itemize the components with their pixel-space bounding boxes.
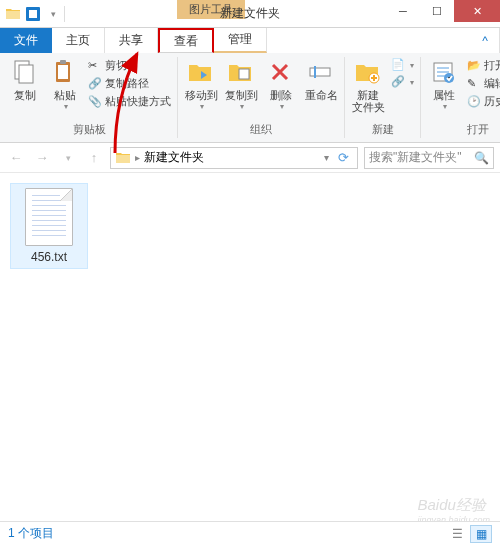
folder-icon: [4, 5, 22, 23]
paste-label: 粘贴: [54, 89, 76, 101]
item-count: 1 个项目: [8, 525, 54, 542]
copy-label: 复制: [14, 89, 36, 101]
svg-rect-7: [239, 69, 249, 79]
group-label-open: 打开: [467, 121, 489, 138]
chevron-down-icon: ▾: [200, 103, 204, 112]
cut-button[interactable]: ✂剪切: [86, 57, 173, 74]
nav-forward-button[interactable]: →: [32, 148, 52, 168]
ribbon-group-new: 新建 文件夹 📄▾ 🔗▾ 新建: [345, 57, 421, 138]
paste-shortcut-button[interactable]: 📎粘贴快捷方式: [86, 93, 173, 110]
quick-access-toolbar: ▾: [0, 0, 69, 27]
rename-button[interactable]: 重命名: [302, 57, 340, 103]
nav-recent-button[interactable]: ▾: [58, 148, 78, 168]
path-icon: 🔗: [88, 77, 102, 91]
nav-up-button[interactable]: ↑: [84, 148, 104, 168]
tab-view[interactable]: 查看: [158, 28, 214, 53]
group-label-clipboard: 剪贴板: [73, 121, 106, 138]
tab-share[interactable]: 共享: [105, 28, 158, 53]
properties-icon: [430, 59, 458, 87]
ribbon-group-clipboard: 复制 粘贴 ▾ ✂剪切 🔗复制路径 📎粘贴快捷方式 剪贴板: [2, 57, 178, 138]
open-button[interactable]: 📂打开▾: [465, 57, 500, 74]
move-label: 移动到: [185, 89, 218, 101]
svg-rect-1: [29, 10, 37, 18]
properties-label: 属性: [433, 89, 455, 101]
details-view-button[interactable]: ☰: [446, 525, 468, 543]
link-icon: 🔗: [391, 75, 405, 89]
rename-label: 重命名: [305, 89, 338, 101]
svg-rect-5: [58, 65, 68, 79]
easy-access-button[interactable]: 🔗▾: [389, 74, 416, 90]
tab-file[interactable]: 文件: [0, 28, 52, 53]
breadcrumb-current[interactable]: 新建文件夹: [144, 149, 204, 166]
file-list[interactable]: 456.txt: [0, 173, 500, 521]
edit-icon: ✎: [467, 77, 481, 91]
chevron-down-icon: ▾: [410, 78, 414, 87]
ribbon: 复制 粘贴 ▾ ✂剪切 🔗复制路径 📎粘贴快捷方式 剪贴板 移动到▾ 复制到: [0, 53, 500, 143]
chevron-down-icon: ▾: [410, 61, 414, 70]
nav-back-button[interactable]: ←: [6, 148, 26, 168]
ribbon-group-open: 属性▾ 📂打开▾ ✎编辑 🕑历史记录 打开: [421, 57, 500, 138]
chevron-down-icon: ▾: [280, 103, 284, 112]
chevron-down-icon: ▾: [64, 103, 68, 112]
move-to-button[interactable]: 移动到▾: [182, 57, 220, 114]
copy-icon: [11, 59, 39, 87]
svg-rect-3: [19, 65, 33, 83]
delete-icon: [267, 59, 295, 87]
divider: [64, 6, 65, 22]
search-input[interactable]: 搜索"新建文件夹" 🔍: [364, 147, 494, 169]
copy-button[interactable]: 复制: [6, 57, 44, 103]
paste-icon: [51, 59, 79, 87]
contextual-tab-label: 图片工具: [177, 0, 245, 19]
tab-manage[interactable]: 管理: [214, 28, 267, 53]
rename-icon: [307, 59, 335, 87]
maximize-button[interactable]: ☐: [420, 0, 454, 22]
history-button[interactable]: 🕑历史记录: [465, 93, 500, 110]
file-name: 456.txt: [31, 250, 67, 264]
new-folder-icon: [354, 59, 382, 87]
move-icon: [187, 59, 215, 87]
new-item-icon: 📄: [391, 58, 405, 72]
shortcut-icon: 📎: [88, 95, 102, 109]
paste-button[interactable]: 粘贴 ▾: [46, 57, 84, 114]
file-item[interactable]: 456.txt: [10, 183, 88, 269]
edit-button[interactable]: ✎编辑: [465, 75, 500, 92]
svg-rect-6: [60, 60, 66, 64]
delete-button[interactable]: 删除▾: [262, 57, 300, 114]
dropdown-icon[interactable]: ▾: [324, 152, 329, 163]
new-folder-label: 新建 文件夹: [352, 89, 385, 113]
address-bar[interactable]: ▸ 新建文件夹 ▾ ⟳: [110, 147, 358, 169]
status-bar: 1 个项目 ☰ ▦: [0, 521, 500, 545]
new-item-button[interactable]: 📄▾: [389, 57, 416, 73]
close-button[interactable]: ✕: [454, 0, 500, 22]
folder-icon: [115, 150, 131, 166]
copy-to-label: 复制到: [225, 89, 258, 101]
chevron-down-icon: ▾: [443, 103, 447, 112]
ribbon-group-organize: 移动到▾ 复制到▾ 删除▾ 重命名 组织: [178, 57, 345, 138]
open-icon: 📂: [467, 59, 481, 73]
group-label-organize: 组织: [250, 121, 272, 138]
chevron-down-icon: ▾: [240, 103, 244, 112]
address-row: ← → ▾ ↑ ▸ 新建文件夹 ▾ ⟳ 搜索"新建文件夹" 🔍: [0, 143, 500, 173]
copy-to-button[interactable]: 复制到▾: [222, 57, 260, 114]
window-controls: ─ ☐ ✕: [386, 0, 500, 27]
dropdown-icon[interactable]: ▾: [44, 5, 62, 23]
minimize-button[interactable]: ─: [386, 0, 420, 22]
view-toggles: ☰ ▦: [446, 525, 492, 543]
text-file-icon: [25, 188, 73, 246]
refresh-button[interactable]: ⟳: [333, 148, 353, 168]
ribbon-help-button[interactable]: ^: [471, 28, 500, 53]
title-bar: ▾ 图片工具 新建文件夹 ─ ☐ ✕: [0, 0, 500, 28]
tab-home[interactable]: 主页: [52, 28, 105, 53]
properties-button[interactable]: 属性▾: [425, 57, 463, 114]
svg-rect-8: [310, 68, 330, 76]
scissors-icon: ✂: [88, 59, 102, 73]
copy-to-icon: [227, 59, 255, 87]
search-placeholder: 搜索"新建文件夹": [369, 149, 462, 166]
delete-label: 删除: [270, 89, 292, 101]
history-icon: 🕑: [467, 95, 481, 109]
app-icon: [24, 5, 42, 23]
icons-view-button[interactable]: ▦: [470, 525, 492, 543]
copy-path-button[interactable]: 🔗复制路径: [86, 75, 173, 92]
breadcrumb-sep: ▸: [135, 152, 140, 163]
new-folder-button[interactable]: 新建 文件夹: [349, 57, 387, 115]
